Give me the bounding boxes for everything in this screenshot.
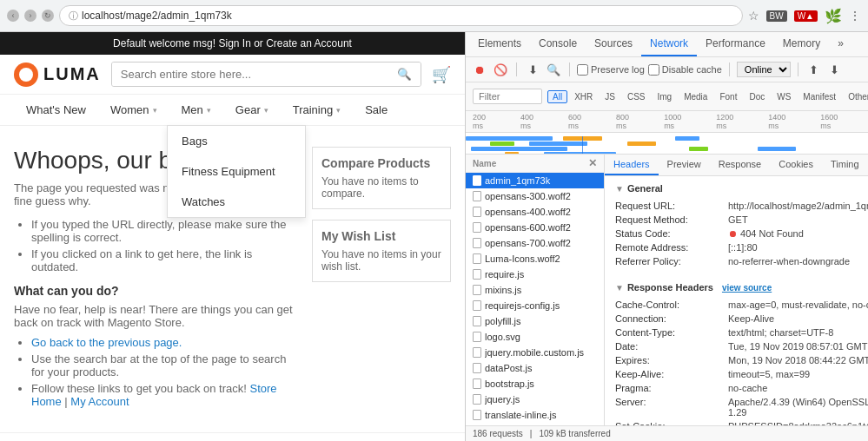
filter-button[interactable]: ⬇ — [524, 61, 541, 78]
network-item-10[interactable]: logo.svg — [466, 329, 604, 345]
file-icon — [473, 253, 481, 264]
tab-more[interactable]: » — [829, 32, 852, 56]
file-icon — [473, 222, 481, 233]
detail-row-status: Status Code: ⏺ 404 Not Found — [615, 227, 868, 240]
detail-tab-cookies[interactable]: Cookies — [770, 155, 822, 175]
view-source-link[interactable]: view source — [722, 283, 772, 293]
type-font[interactable]: Font — [714, 90, 742, 103]
record-button[interactable]: ⏺ — [471, 61, 488, 78]
detail-row-remote: Remote Address: [::1]:80 — [615, 240, 868, 254]
network-item-12[interactable]: dataPost.js — [466, 360, 604, 376]
detail-tab-preview[interactable]: Preview — [659, 155, 710, 175]
general-title: ▼ General — [615, 183, 868, 194]
throttle-select[interactable]: Online — [737, 62, 791, 77]
type-media[interactable]: Media — [679, 90, 712, 103]
network-item-6[interactable]: require.js — [466, 267, 604, 282]
type-js[interactable]: JS — [600, 90, 620, 103]
network-item-14[interactable]: jquery.js — [466, 392, 604, 407]
network-item-admin[interactable]: admin_1qm73k — [466, 173, 604, 188]
type-manifest[interactable]: Manifest — [798, 90, 841, 103]
transfer-size: 109 kB transferred — [539, 429, 610, 438]
detail-row-url: Request URL: http://localhost/mage2/admi… — [615, 199, 868, 213]
forward-button[interactable]: › — [24, 10, 36, 22]
dropdown-watches[interactable]: Watches — [168, 187, 305, 217]
network-item-5[interactable]: Luma-Icons.woff2 — [466, 251, 604, 267]
type-img[interactable]: Img — [652, 90, 677, 103]
network-body: Name ✕ admin_1qm73k opensans-300.woff2 o… — [466, 155, 868, 425]
bookmark-icon[interactable]: ☆ — [748, 9, 759, 23]
disable-cache-checkbox[interactable] — [648, 64, 659, 76]
back-button[interactable]: ‹ — [7, 10, 19, 22]
url-text: localhost/mage2/admin_1qm73k — [82, 10, 232, 22]
network-item-13[interactable]: bootstrap.js — [466, 376, 604, 392]
search-button[interactable]: 🔍 — [545, 61, 562, 78]
file-icon — [473, 332, 481, 342]
import-btn[interactable]: ⬆ — [805, 61, 823, 78]
network-item-8[interactable]: requirejs-config.js — [466, 298, 604, 313]
dropdown-bags[interactable]: Bags — [168, 126, 305, 156]
type-xhr[interactable]: XHR — [569, 90, 598, 103]
tab-sources[interactable]: Sources — [586, 32, 641, 56]
timeline-header: 200 ms 400 ms 600 ms 800 ms 1000 ms 1200… — [466, 111, 868, 133]
rh-set-cookie: Set-Cookie: PHPSESSID=8adrkrna32oc6p1t45… — [615, 419, 868, 425]
chevron-down-icon: ▾ — [153, 106, 157, 115]
detail-tab-headers[interactable]: Headers — [605, 155, 659, 175]
nav-sale[interactable]: Sale — [353, 95, 400, 125]
tab-console[interactable]: Console — [530, 32, 586, 56]
menu-icon[interactable]: ⋮ — [849, 9, 861, 23]
clear-button[interactable]: 🚫 — [492, 61, 509, 78]
network-item-9[interactable]: polyfill.js — [466, 313, 604, 329]
chevron-down-icon: ▾ — [336, 106, 341, 115]
network-item-7[interactable]: mixins.js — [466, 282, 604, 298]
network-item-1[interactable]: opensans-300.woff2 — [466, 188, 604, 204]
tab-memory[interactable]: Memory — [774, 32, 829, 56]
toggle-icon[interactable]: ▼ — [615, 283, 624, 293]
nav-men[interactable]: Men ▾ — [169, 95, 223, 125]
type-doc[interactable]: Doc — [744, 90, 770, 103]
nav-gear[interactable]: Gear ▾ — [223, 95, 281, 125]
preserve-log-checkbox[interactable] — [577, 64, 588, 76]
network-item-15[interactable]: translate-inline.js — [466, 407, 604, 423]
network-close-btn[interactable]: ✕ — [588, 157, 597, 169]
type-css[interactable]: CSS — [622, 90, 651, 103]
response-headers-title: ▼ Response Headers view source — [615, 282, 868, 293]
export-btn[interactable]: ⬇ — [826, 61, 844, 78]
network-item-3[interactable]: opensans-600.woff2 — [466, 220, 604, 235]
store-logo[interactable]: LUMA — [14, 63, 101, 87]
tab-network[interactable]: Network — [641, 32, 697, 56]
dropdown-fitness[interactable]: Fitness Equipment — [168, 156, 305, 187]
nav-whats-new[interactable]: What's New — [14, 95, 98, 125]
tab-elements[interactable]: Elements — [469, 32, 530, 56]
address-bar[interactable]: ⓘ localhost/mage2/admin_1qm73k — [59, 5, 743, 26]
network-item-4[interactable]: opensans-700.woff2 — [466, 235, 604, 251]
compare-text: You have no items to compare. — [321, 175, 441, 200]
network-toolbar: ⏺ 🚫 ⬇ 🔍 Preserve log Disable cache Onlin… — [466, 57, 868, 82]
rh-connection: Connection: Keep-Alive — [615, 312, 868, 326]
nav-women[interactable]: Women ▾ — [98, 95, 169, 125]
type-all[interactable]: All — [547, 90, 567, 103]
w-icon: W▲ — [794, 10, 818, 22]
network-item-11[interactable]: jquery.mobile.custom.js — [466, 345, 604, 360]
search-input[interactable] — [112, 63, 388, 86]
search-bar[interactable]: 🔍 — [111, 62, 421, 87]
compare-title: Compare Products — [321, 156, 441, 170]
type-other[interactable]: Other — [843, 90, 868, 103]
tab-performance[interactable]: Performance — [697, 32, 774, 56]
type-ws[interactable]: WS — [772, 90, 796, 103]
toggle-icon[interactable]: ▼ — [615, 184, 624, 194]
detail-row-referrer: Referrer Policy: no-referrer-when-downgr… — [615, 254, 868, 268]
detail-tab-response[interactable]: Response — [710, 155, 771, 175]
rh-keep-alive: Keep-Alive: timeout=5, max=99 — [615, 367, 868, 381]
detail-tab-timing[interactable]: Timing — [822, 155, 868, 175]
welcome-text: Default welcome msg! — [113, 37, 215, 49]
cart-icon[interactable]: 🛒 — [432, 65, 451, 84]
my-account-link[interactable]: My Account — [70, 395, 129, 408]
filter-input[interactable] — [473, 89, 542, 104]
network-item-2[interactable]: opensans-400.woff2 — [466, 204, 604, 220]
create-account-link[interactable]: Create an Account — [266, 37, 352, 49]
reload-button[interactable]: ↻ — [42, 10, 54, 22]
back-link[interactable]: Go back to the previous page. — [31, 336, 182, 349]
nav-training[interactable]: Training ▾ — [281, 95, 353, 125]
search-button[interactable]: 🔍 — [388, 63, 421, 86]
sign-in-link[interactable]: Sign In — [218, 37, 250, 49]
